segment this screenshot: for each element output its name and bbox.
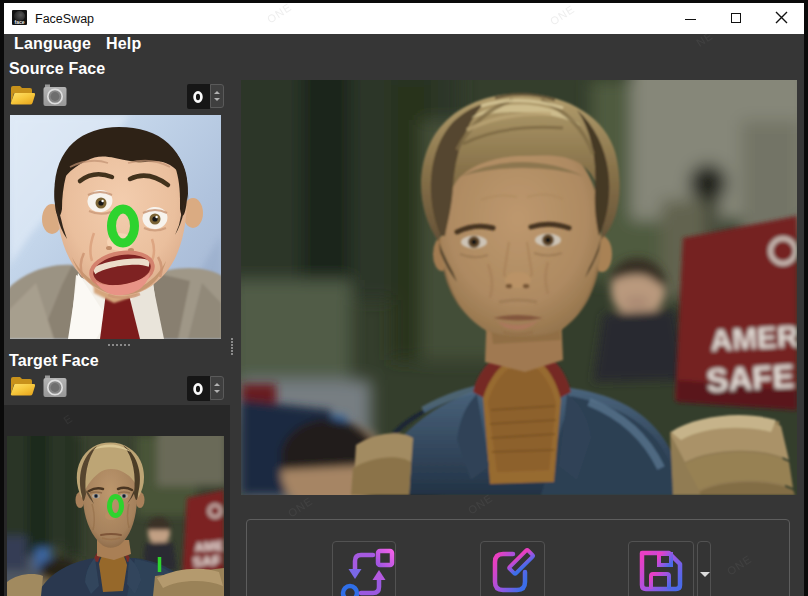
svg-text:SAF: SAF (192, 552, 221, 570)
